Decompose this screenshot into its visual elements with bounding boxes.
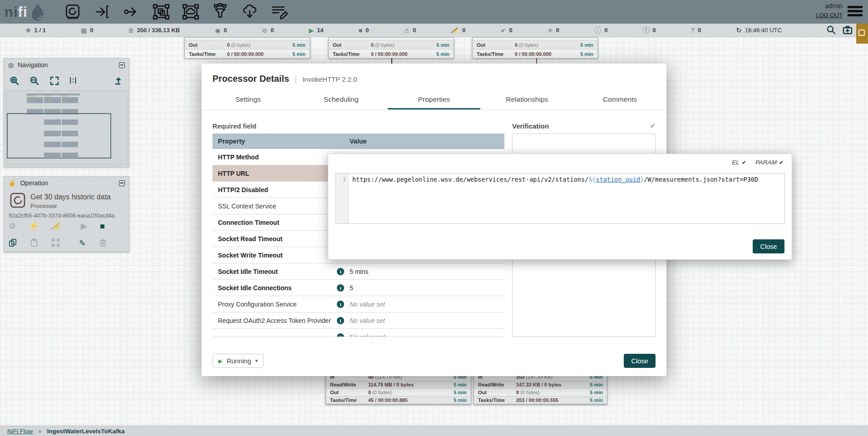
breadcrumb-root[interactable]: NiFi Flow bbox=[7, 428, 33, 435]
process-group-icon[interactable] bbox=[152, 3, 171, 20]
zoom-actual-icon[interactable]: |:| bbox=[69, 76, 77, 86]
minimap[interactable] bbox=[6, 90, 128, 165]
funnel-icon[interactable] bbox=[211, 3, 230, 20]
stat-transmitting: ◉0 bbox=[215, 27, 227, 34]
property-row-socket-idle-timeout[interactable]: Socket Idle Timeouti5 mins bbox=[212, 263, 504, 280]
collapse-navigation-button[interactable] bbox=[119, 62, 125, 68]
info-icon[interactable]: i bbox=[337, 317, 344, 324]
tab-relationships[interactable]: Relationships bbox=[480, 91, 573, 109]
property-row-socket-idle-connections[interactable]: Socket Idle Connectionsi5 bbox=[212, 280, 504, 296]
info-icon[interactable]: i bbox=[337, 301, 344, 308]
configure-icon[interactable]: ⚙ bbox=[9, 222, 16, 230]
search-icon[interactable] bbox=[826, 25, 836, 35]
group-icon[interactable] bbox=[51, 238, 60, 248]
property-row-proxy-configuration-service[interactable]: Proxy Configuration ServiceiNo value set bbox=[212, 296, 504, 312]
up-to-date-icon: ✔ bbox=[501, 27, 506, 34]
operation-panel: ☝ Operation Get 30 days historic data Pr… bbox=[4, 176, 129, 252]
processor-node[interactable]: In203 (147.33 KB)5 min Read/Write147.33 … bbox=[473, 372, 607, 404]
el-parameter-reference: station_uuid bbox=[596, 176, 640, 183]
zoom-fit-icon[interactable] bbox=[49, 76, 59, 86]
collapse-operation-button[interactable] bbox=[119, 180, 125, 186]
remote-process-group-icon[interactable] bbox=[181, 3, 200, 20]
copy-icon[interactable] bbox=[9, 238, 17, 248]
tab-comments[interactable]: Comments bbox=[573, 91, 666, 109]
selected-component-type: Processor bbox=[30, 203, 57, 209]
tab-settings[interactable]: Settings bbox=[202, 91, 295, 109]
dialog-close-button[interactable]: Close bbox=[624, 354, 656, 368]
stat-row: Tasks/Time0 / 00:00:00.0005 min bbox=[473, 49, 597, 58]
cluster-icon: ❖ bbox=[25, 27, 31, 34]
selected-component-name: Get 30 days historic data bbox=[30, 193, 111, 201]
locally-modified-icon: ✳ bbox=[547, 27, 553, 34]
verification-check-icon[interactable]: ✔ bbox=[650, 122, 656, 130]
stat-locally-modified: ✳0 bbox=[547, 27, 559, 34]
processor-node[interactable]: Out0 (0 bytes)5 min Tasks/Time0 / 00:00:… bbox=[328, 37, 454, 58]
input-port-icon[interactable] bbox=[93, 3, 112, 20]
navigation-toolbar: |:| bbox=[4, 71, 129, 88]
info-icon[interactable]: i bbox=[337, 268, 344, 275]
editor-close-button[interactable]: Close bbox=[753, 239, 784, 253]
enable-icon[interactable]: ⚡ bbox=[29, 222, 39, 230]
stat-row: Read/Write147.33 KB / 0 bytes5 min bbox=[474, 381, 607, 388]
breadcrumb-separator: » bbox=[38, 428, 41, 435]
run-state-dropdown[interactable]: ▶ Running ▾ bbox=[212, 354, 264, 368]
value-code-editor[interactable]: 1 https://www.pegelonline.wsv.de/webserv… bbox=[335, 173, 785, 224]
template-icon[interactable] bbox=[240, 3, 259, 20]
property-value-editor: EL✔ PARAM✔ 1 https://www.pegelonline.wsv… bbox=[328, 154, 792, 260]
zoom-in-icon[interactable] bbox=[10, 76, 20, 86]
line-number-gutter: 1 bbox=[336, 173, 349, 223]
flow-analysis-drawer-button[interactable] bbox=[856, 24, 868, 44]
required-field-label: Required field bbox=[212, 123, 256, 130]
stopped-icon: ■ bbox=[359, 27, 362, 34]
status-bar-tools bbox=[826, 25, 853, 35]
flow-settings-icon[interactable] bbox=[843, 25, 853, 35]
stat-connected-nodes: ❖1 / 1 bbox=[25, 27, 46, 34]
navigation-panel: ◎ Navigation |:| bbox=[4, 58, 129, 167]
stat-row: Out0 (0 bytes)5 min bbox=[185, 40, 310, 49]
info-icon[interactable]: i bbox=[337, 333, 344, 337]
stat-row: Out0 (0 bytes)5 min bbox=[326, 388, 471, 396]
tab-scheduling[interactable]: Scheduling bbox=[295, 91, 388, 109]
label-icon[interactable] bbox=[270, 3, 289, 20]
processor-node[interactable]: Out0 (0 bytes)5 min Tasks/Time0 / 00:00:… bbox=[472, 37, 598, 58]
stat-row: Tasks/Time45 / 00:00:00.8855 min bbox=[326, 396, 471, 404]
nifi-logo: nifi bbox=[5, 2, 48, 22]
breadcrumb-current-group: IngestWaterLevelsToKafka bbox=[47, 428, 124, 435]
drawer-icon bbox=[858, 30, 865, 36]
stat-invalid: ⚠0 bbox=[404, 27, 416, 34]
refresh-icon[interactable]: ↻ bbox=[736, 27, 742, 34]
navigation-panel-header[interactable]: ◎ Navigation bbox=[4, 59, 129, 71]
compass-icon: ◎ bbox=[8, 62, 14, 68]
stat-row: Read/Write114.75 MB / 0 bytes5 min bbox=[326, 381, 471, 388]
disable-icon[interactable]: ⚡ bbox=[52, 222, 62, 230]
dialog-title-row: Processor Details | InvokeHTTP 2.2.0 bbox=[212, 74, 357, 84]
delete-icon[interactable] bbox=[99, 238, 107, 248]
user-area: admin LOG OUT bbox=[816, 2, 843, 19]
stat-locally-modified-stale: !0 bbox=[643, 27, 656, 34]
color-icon[interactable]: ✎ bbox=[79, 239, 86, 248]
stat-up-to-date: ✔0 bbox=[501, 27, 513, 34]
stop-icon[interactable]: ■ bbox=[100, 222, 105, 230]
operation-panel-header[interactable]: ☝ Operation bbox=[4, 177, 129, 189]
paste-icon[interactable] bbox=[30, 238, 39, 248]
property-row-oauth2-token-provider[interactable]: Request OAuth2 Access Token ProvideriNo … bbox=[212, 312, 504, 329]
nifi-drop-icon bbox=[28, 2, 48, 22]
property-row-partial[interactable]: iNo value set bbox=[212, 329, 504, 337]
tab-properties[interactable]: Properties bbox=[388, 91, 481, 109]
operation-actions-row2: ✎ bbox=[9, 238, 107, 248]
nifi-app: Out0 (0 bytes)5 min Tasks/Time0 / 00:00:… bbox=[0, 0, 868, 436]
processor-icon[interactable] bbox=[63, 3, 82, 20]
processor-node[interactable]: In45 (114.75 MB)5 min Read/Write114.75 M… bbox=[326, 372, 471, 404]
start-icon[interactable]: ▶ bbox=[81, 222, 87, 230]
global-menu-button[interactable] bbox=[848, 6, 863, 18]
value-input[interactable]: https://www.pegelonline.wsv.de/webservic… bbox=[349, 173, 784, 223]
component-toolbar bbox=[63, 3, 289, 20]
verification-header: Verification ✔ bbox=[512, 122, 656, 130]
running-state-icon: ▶ bbox=[218, 358, 222, 364]
zoom-out-icon[interactable] bbox=[30, 76, 39, 86]
go-up-icon[interactable] bbox=[113, 76, 123, 86]
logout-link[interactable]: LOG OUT bbox=[816, 12, 843, 19]
output-port-icon[interactable] bbox=[122, 3, 141, 20]
processor-node[interactable]: Out0 (0 bytes)5 min Tasks/Time0 / 00:00:… bbox=[184, 37, 310, 58]
info-icon[interactable]: i bbox=[337, 284, 344, 292]
